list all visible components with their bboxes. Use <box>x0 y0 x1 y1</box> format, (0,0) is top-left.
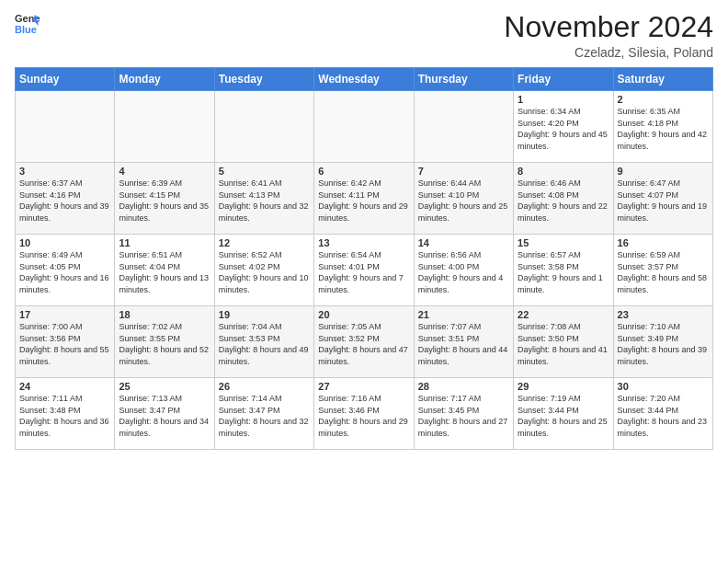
weekday-header-wednesday: Wednesday <box>314 68 414 91</box>
day-number: 28 <box>418 381 509 392</box>
calendar-cell: 17Sunrise: 7:00 AM Sunset: 3:56 PM Dayli… <box>16 306 115 378</box>
calendar-cell: 27Sunrise: 7:16 AM Sunset: 3:46 PM Dayli… <box>314 378 414 450</box>
calendar-cell: 1Sunrise: 6:34 AM Sunset: 4:20 PM Daylig… <box>514 91 613 163</box>
day-number: 11 <box>119 237 210 248</box>
calendar-cell: 2Sunrise: 6:35 AM Sunset: 4:18 PM Daylig… <box>613 91 712 163</box>
calendar-cell: 7Sunrise: 6:44 AM Sunset: 4:10 PM Daylig… <box>414 163 513 235</box>
calendar-cell: 14Sunrise: 6:56 AM Sunset: 4:00 PM Dayli… <box>414 235 513 306</box>
page-container: General Blue November 2024 Czeladz, Sile… <box>0 0 728 457</box>
calendar-cell: 13Sunrise: 6:54 AM Sunset: 4:01 PM Dayli… <box>314 235 414 306</box>
weekday-header-saturday: Saturday <box>613 68 712 91</box>
logo-icon: General Blue <box>15 11 40 37</box>
calendar-body: 1Sunrise: 6:34 AM Sunset: 4:20 PM Daylig… <box>16 91 713 450</box>
calendar-cell: 10Sunrise: 6:49 AM Sunset: 4:05 PM Dayli… <box>16 235 115 306</box>
day-info: Sunrise: 6:51 AM Sunset: 4:04 PM Dayligh… <box>119 249 210 295</box>
day-info: Sunrise: 7:02 AM Sunset: 3:55 PM Dayligh… <box>119 321 210 367</box>
day-info: Sunrise: 6:35 AM Sunset: 4:18 PM Dayligh… <box>618 106 709 152</box>
day-info: Sunrise: 7:00 AM Sunset: 3:56 PM Dayligh… <box>19 321 110 367</box>
calendar-cell: 11Sunrise: 6:51 AM Sunset: 4:04 PM Dayli… <box>115 235 214 306</box>
weekday-header-sunday: Sunday <box>16 68 115 91</box>
day-number: 25 <box>119 381 210 392</box>
day-number: 17 <box>19 309 110 320</box>
calendar-cell <box>214 91 313 163</box>
day-info: Sunrise: 6:46 AM Sunset: 4:08 PM Dayligh… <box>518 178 609 224</box>
weekday-header-tuesday: Tuesday <box>214 68 313 91</box>
day-info: Sunrise: 6:41 AM Sunset: 4:13 PM Dayligh… <box>219 178 310 224</box>
day-number: 7 <box>418 166 509 177</box>
calendar-cell: 18Sunrise: 7:02 AM Sunset: 3:55 PM Dayli… <box>115 306 214 378</box>
day-number: 1 <box>518 94 609 105</box>
calendar-cell: 30Sunrise: 7:20 AM Sunset: 3:44 PM Dayli… <box>613 378 712 450</box>
weekday-header-row: SundayMondayTuesdayWednesdayThursdayFrid… <box>16 68 713 91</box>
calendar-cell: 20Sunrise: 7:05 AM Sunset: 3:52 PM Dayli… <box>314 306 414 378</box>
day-info: Sunrise: 7:05 AM Sunset: 3:52 PM Dayligh… <box>318 321 409 367</box>
day-info: Sunrise: 6:59 AM Sunset: 3:57 PM Dayligh… <box>618 249 709 295</box>
calendar-week-4: 17Sunrise: 7:00 AM Sunset: 3:56 PM Dayli… <box>16 306 713 378</box>
day-info: Sunrise: 6:39 AM Sunset: 4:15 PM Dayligh… <box>119 178 210 224</box>
day-info: Sunrise: 7:14 AM Sunset: 3:47 PM Dayligh… <box>219 393 310 439</box>
day-number: 10 <box>19 237 110 248</box>
calendar-week-2: 3Sunrise: 6:37 AM Sunset: 4:16 PM Daylig… <box>16 163 713 235</box>
calendar-cell: 8Sunrise: 6:46 AM Sunset: 4:08 PM Daylig… <box>514 163 613 235</box>
calendar-cell: 9Sunrise: 6:47 AM Sunset: 4:07 PM Daylig… <box>613 163 712 235</box>
weekday-header-monday: Monday <box>115 68 214 91</box>
day-number: 9 <box>618 166 709 177</box>
day-number: 12 <box>219 237 310 248</box>
day-number: 30 <box>618 381 709 392</box>
day-info: Sunrise: 7:10 AM Sunset: 3:49 PM Dayligh… <box>618 321 709 367</box>
calendar-cell: 28Sunrise: 7:17 AM Sunset: 3:45 PM Dayli… <box>414 378 513 450</box>
day-number: 26 <box>219 381 310 392</box>
day-info: Sunrise: 7:16 AM Sunset: 3:46 PM Dayligh… <box>318 393 409 439</box>
day-info: Sunrise: 7:17 AM Sunset: 3:45 PM Dayligh… <box>418 393 509 439</box>
calendar-cell <box>314 91 414 163</box>
calendar-cell: 25Sunrise: 7:13 AM Sunset: 3:47 PM Dayli… <box>115 378 214 450</box>
day-number: 4 <box>119 166 210 177</box>
day-number: 22 <box>518 309 609 320</box>
day-number: 20 <box>318 309 409 320</box>
day-number: 19 <box>219 309 310 320</box>
day-number: 15 <box>518 237 609 248</box>
day-info: Sunrise: 6:57 AM Sunset: 3:58 PM Dayligh… <box>518 249 609 295</box>
day-number: 13 <box>318 237 409 248</box>
day-info: Sunrise: 6:52 AM Sunset: 4:02 PM Dayligh… <box>219 249 310 295</box>
day-number: 2 <box>618 94 709 105</box>
day-number: 3 <box>19 166 110 177</box>
day-info: Sunrise: 6:34 AM Sunset: 4:20 PM Dayligh… <box>518 106 609 152</box>
day-info: Sunrise: 7:08 AM Sunset: 3:50 PM Dayligh… <box>518 321 609 367</box>
calendar-cell: 16Sunrise: 6:59 AM Sunset: 3:57 PM Dayli… <box>613 235 712 306</box>
month-title: November 2024 <box>504 11 713 43</box>
day-number: 29 <box>518 381 609 392</box>
day-info: Sunrise: 7:20 AM Sunset: 3:44 PM Dayligh… <box>618 393 709 439</box>
calendar-cell: 15Sunrise: 6:57 AM Sunset: 3:58 PM Dayli… <box>514 235 613 306</box>
day-info: Sunrise: 7:04 AM Sunset: 3:53 PM Dayligh… <box>219 321 310 367</box>
day-info: Sunrise: 7:07 AM Sunset: 3:51 PM Dayligh… <box>418 321 509 367</box>
day-info: Sunrise: 6:54 AM Sunset: 4:01 PM Dayligh… <box>318 249 409 295</box>
day-info: Sunrise: 6:37 AM Sunset: 4:16 PM Dayligh… <box>19 178 110 224</box>
calendar-week-3: 10Sunrise: 6:49 AM Sunset: 4:05 PM Dayli… <box>16 235 713 306</box>
day-info: Sunrise: 6:47 AM Sunset: 4:07 PM Dayligh… <box>618 178 709 224</box>
day-number: 24 <box>19 381 110 392</box>
day-number: 27 <box>318 381 409 392</box>
calendar-cell: 23Sunrise: 7:10 AM Sunset: 3:49 PM Dayli… <box>613 306 712 378</box>
calendar-cell: 24Sunrise: 7:11 AM Sunset: 3:48 PM Dayli… <box>16 378 115 450</box>
day-info: Sunrise: 7:13 AM Sunset: 3:47 PM Dayligh… <box>119 393 210 439</box>
weekday-header-friday: Friday <box>514 68 613 91</box>
calendar-cell: 3Sunrise: 6:37 AM Sunset: 4:16 PM Daylig… <box>16 163 115 235</box>
day-number: 16 <box>618 237 709 248</box>
calendar-cell <box>115 91 214 163</box>
svg-text:Blue: Blue <box>15 24 37 35</box>
day-info: Sunrise: 6:44 AM Sunset: 4:10 PM Dayligh… <box>418 178 509 224</box>
day-info: Sunrise: 6:42 AM Sunset: 4:11 PM Dayligh… <box>318 178 409 224</box>
day-info: Sunrise: 6:49 AM Sunset: 4:05 PM Dayligh… <box>19 249 110 295</box>
calendar-table: SundayMondayTuesdayWednesdayThursdayFrid… <box>15 67 713 450</box>
calendar-cell: 5Sunrise: 6:41 AM Sunset: 4:13 PM Daylig… <box>214 163 313 235</box>
calendar-cell: 29Sunrise: 7:19 AM Sunset: 3:44 PM Dayli… <box>514 378 613 450</box>
calendar-week-5: 24Sunrise: 7:11 AM Sunset: 3:48 PM Dayli… <box>16 378 713 450</box>
calendar-cell <box>414 91 513 163</box>
calendar-week-1: 1Sunrise: 6:34 AM Sunset: 4:20 PM Daylig… <box>16 91 713 163</box>
day-info: Sunrise: 7:19 AM Sunset: 3:44 PM Dayligh… <box>518 393 609 439</box>
calendar-cell: 4Sunrise: 6:39 AM Sunset: 4:15 PM Daylig… <box>115 163 214 235</box>
calendar-cell <box>16 91 115 163</box>
calendar-cell: 6Sunrise: 6:42 AM Sunset: 4:11 PM Daylig… <box>314 163 414 235</box>
location: Czeladz, Silesia, Poland <box>504 45 713 60</box>
